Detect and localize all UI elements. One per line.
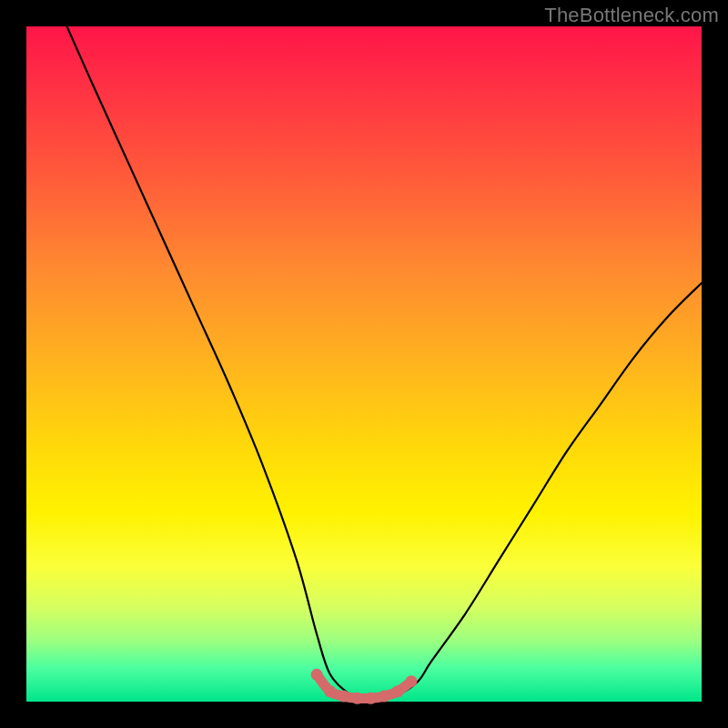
highlight-dot (311, 669, 323, 681)
watermark-text: TheBottleneck.com (544, 4, 719, 27)
plot-area (26, 26, 702, 702)
highlight-dot (379, 691, 390, 703)
highlight-dot (324, 685, 336, 697)
chart-frame: TheBottleneck.com (0, 0, 728, 728)
highlight-dot (405, 675, 417, 687)
highlight-dot (392, 685, 404, 697)
highlight-dot (351, 693, 363, 704)
highlight-dot (338, 691, 349, 703)
curve-svg (26, 26, 702, 702)
highlight-dot (365, 693, 377, 704)
bottleneck-curve-path (67, 26, 702, 699)
